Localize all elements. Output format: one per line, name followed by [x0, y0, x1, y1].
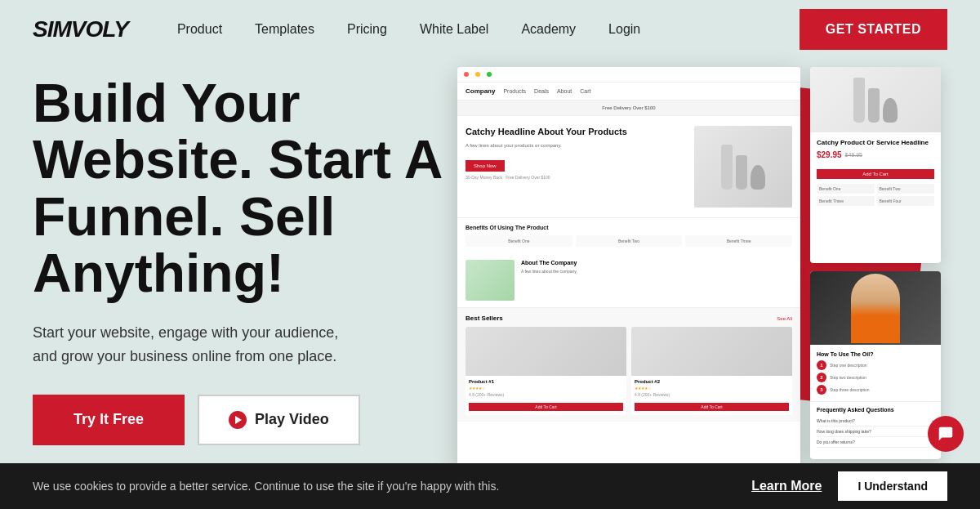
- mockup-container: Company Products Deals About Cart Free D…: [457, 67, 947, 463]
- faq-question-2-text: How long does shipping take?: [817, 429, 871, 434]
- hero-right: Company Products Deals About Cart Free D…: [441, 67, 947, 463]
- faq-item-1: What is this product? +: [817, 416, 934, 426]
- cookie-accept-button[interactable]: I Understand: [838, 471, 947, 501]
- step-text-3: Step three description: [830, 387, 870, 392]
- step-num-1: 1: [817, 360, 826, 370]
- navbar: SIMVOLY Product Templates Pricing White …: [0, 0, 980, 59]
- play-icon: [229, 411, 247, 429]
- bottle-tall: [721, 145, 733, 190]
- nav-templates[interactable]: Templates: [255, 22, 314, 37]
- mockup-company-inner: About The Company A few lines about the …: [466, 260, 792, 301]
- faq-question-3-text: Do you offer returns?: [817, 440, 855, 444]
- faq-question-1-text: What is this product?: [817, 418, 855, 423]
- mockup-shop-button: Shop Now: [466, 160, 505, 172]
- how-to-step-2: 2 Step two description: [817, 373, 934, 382]
- mockup-hero-title: Catchy Headline About Your Products: [466, 126, 686, 137]
- mockup-company: About The Company A few lines about the …: [457, 253, 800, 307]
- play-video-button[interactable]: Play Video: [198, 395, 360, 445]
- chat-widget-button[interactable]: [928, 416, 964, 452]
- how-to-steps: 1 Step one description 2 Step two descri…: [817, 360, 934, 395]
- product-2-rating: ★★★★☆: [635, 386, 789, 391]
- get-started-button[interactable]: GET STARTED: [800, 9, 947, 50]
- side-top-add-button: Add To Cart: [817, 169, 934, 179]
- play-triangle-icon: [235, 416, 242, 424]
- mockup-bestsellers-header: Best Sellers See All: [466, 315, 792, 322]
- mockup-side: Catchy Product Or Service Headline $29.9…: [810, 67, 947, 463]
- mockup-hero-text: Catchy Headline About Your Products A fe…: [466, 126, 686, 208]
- product-2-name: Product #2: [635, 379, 789, 384]
- side-bottle-round: [883, 98, 898, 123]
- nav-links: Product Templates Pricing White Label Ac…: [177, 22, 800, 37]
- nav-white-label[interactable]: White Label: [420, 22, 489, 37]
- faq-item-2: How long does shipping take? +: [817, 426, 934, 437]
- side-top-old-price: $49.95: [845, 152, 862, 158]
- logo[interactable]: SIMVOLY: [33, 16, 128, 42]
- product-1-reviews: 4.8 (200+ Reviews): [469, 392, 623, 397]
- cookie-learn-more-link[interactable]: Learn More: [751, 479, 822, 493]
- how-to-step-3: 3 Step three description: [817, 385, 934, 395]
- mockup-nav-link-products: Products: [503, 88, 526, 94]
- window-dot-green: [487, 72, 492, 77]
- faq-question-1: What is this product? +: [817, 418, 934, 423]
- window-dot-yellow: [475, 72, 480, 77]
- side-bottle-tall: [853, 78, 865, 123]
- step-text-2: Step two description: [830, 375, 866, 380]
- cookie-banner: We use cookies to provide a better servi…: [0, 463, 980, 509]
- side-product-bottles: [853, 78, 898, 123]
- mockup-company-text: About The Company A few lines about the …: [521, 260, 792, 301]
- side-top-header-image: [810, 67, 941, 132]
- mockup-company-image: [466, 260, 514, 301]
- faq-question-2: How long does shipping take? +: [817, 429, 934, 434]
- side-bottom-image: [810, 271, 941, 345]
- nav-product[interactable]: Product: [177, 22, 222, 37]
- benefit-card-1: Benefit One: [466, 235, 572, 247]
- hero-subheadline: Start your website, engage with your aud…: [33, 321, 343, 368]
- faq-title: Frequently Asked Questions: [817, 407, 934, 413]
- side-top-content: Catchy Product Or Service Headline $29.9…: [810, 132, 941, 212]
- mockup-main: Company Products Deals About Cart Free D…: [457, 67, 800, 467]
- nav-pricing[interactable]: Pricing: [347, 22, 387, 37]
- product-2-reviews: 4.8 (200+ Reviews): [635, 392, 789, 397]
- faq-item-3: Do you offer returns? +: [817, 437, 934, 448]
- hero-section: Build Your Website. Start A Funnel. Sell…: [0, 59, 980, 463]
- side-benefit-1: Benefit One: [817, 184, 875, 194]
- try-it-free-button[interactable]: Try It Free: [33, 395, 185, 445]
- product-2-image: [631, 327, 792, 376]
- mockup-nav-link-about: About: [557, 88, 572, 94]
- product-1-add-button: Add To Cart: [469, 403, 623, 411]
- mockup-side-bottom: How To Use The Oil? 1 Step one descripti…: [810, 271, 941, 459]
- product-card-2: Product #2 ★★★★☆ 4.8 (200+ Reviews) Add …: [631, 327, 792, 415]
- side-top-benefits-grid: Benefit One Benefit Two Benefit Three Be…: [817, 184, 934, 206]
- hero-buttons: Try It Free Play Video: [33, 395, 457, 445]
- product-bottles-illustration: [721, 145, 765, 190]
- mockup-nav-link-cart: Cart: [580, 88, 590, 94]
- nav-login[interactable]: Login: [608, 22, 640, 37]
- chat-icon: [937, 425, 955, 443]
- side-top-price: $29.95: [817, 150, 842, 159]
- mockup-window-header: [457, 67, 800, 83]
- mockup-bestsellers: Best Sellers See All Product #1 ★★★★☆ 4.…: [457, 307, 800, 422]
- mockup-bestsellers-title: Best Sellers: [466, 315, 503, 322]
- bottle-round: [751, 165, 765, 190]
- mockup-shipping-text: 30-Day Money Back · Free Delivery Over $…: [466, 175, 686, 180]
- mockup-hero-image: [694, 126, 792, 208]
- nav-academy[interactable]: Academy: [521, 22, 576, 37]
- product-1-info: Product #1 ★★★★☆ 4.8 (200+ Reviews) Add …: [466, 376, 626, 415]
- product-1-image: [466, 327, 626, 376]
- mockup-company-body: A few lines about the company.: [521, 269, 792, 275]
- mockup-nav-brand: Company: [466, 87, 495, 95]
- hero-headline: Build Your Website. Start A Funnel. Sell…: [33, 75, 457, 301]
- side-bottle-short: [868, 88, 880, 123]
- product-2-info: Product #2 ★★★★☆ 4.8 (200+ Reviews) Add …: [631, 376, 792, 415]
- side-benefit-2: Benefit Two: [877, 184, 935, 194]
- product-1-name: Product #1: [469, 379, 623, 384]
- step-num-2: 2: [817, 373, 826, 382]
- faq-question-3: Do you offer returns? +: [817, 440, 934, 444]
- side-benefit-3: Benefit Three: [817, 196, 875, 206]
- mockup-benefits-title: Benefits Of Using The Product: [466, 225, 792, 230]
- mockup-hero-body: A few lines about your products or compa…: [466, 142, 686, 150]
- mockup-nav-link-deals: Deals: [534, 88, 549, 94]
- step-text-1: Step one description: [830, 363, 867, 368]
- mockup-benefits-grid: Benefit One Benefit Two Benefit Three: [466, 235, 792, 247]
- mockup-bestsellers-link: See All: [777, 316, 792, 321]
